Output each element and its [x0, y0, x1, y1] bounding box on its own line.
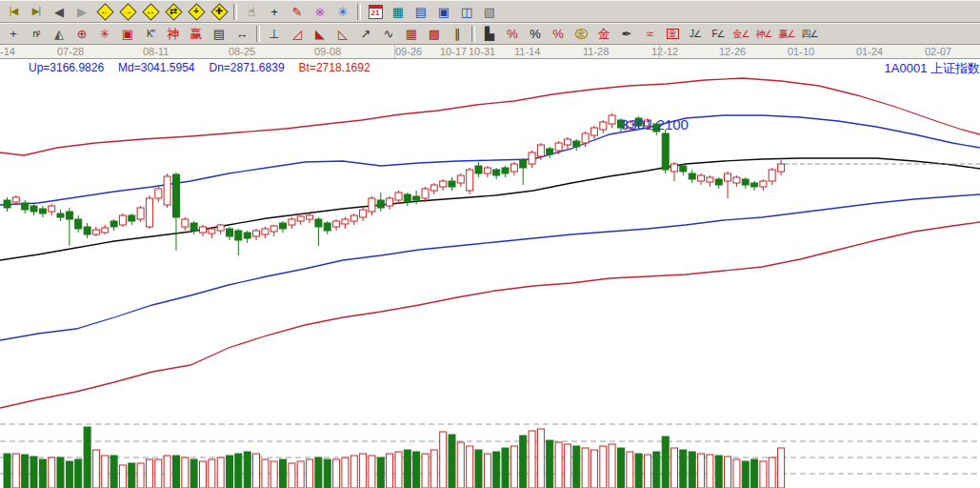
volume-bar [360, 454, 367, 488]
grid-tool-button[interactable]: ▦ [401, 25, 422, 43]
band-line-upper-blue [0, 115, 980, 205]
pan-left-button[interactable]: ← [94, 3, 115, 21]
go-last-button[interactable]: ▶| [26, 3, 47, 21]
volume-bar [350, 456, 357, 488]
zigzag-tool-button[interactable]: ∿ [378, 25, 399, 43]
go-first-button[interactable]: |◀ [3, 3, 24, 21]
gann-star-tool-icon: ✳ [100, 28, 110, 40]
calendar-tool-button[interactable]: 21 [365, 3, 386, 21]
toolbar-separator [471, 26, 475, 42]
angle-gold-tool-icon: 金∠ [733, 30, 750, 39]
percent-lines-tool-button[interactable]: % [548, 25, 569, 43]
volume-bar [653, 452, 660, 488]
gann-box-tool-button[interactable]: ▣ [117, 25, 138, 43]
candle-body [253, 231, 260, 236]
pan-right-button[interactable]: → [117, 3, 138, 21]
angle-f-tool-button[interactable]: F∠ [708, 25, 729, 43]
candle-body [484, 168, 490, 173]
stamp-tool-button[interactable]: ※ [310, 3, 330, 21]
angle-ying-tool-button[interactable]: 赢∠ [776, 25, 797, 43]
gold-lines-tool-button[interactable]: 金 [593, 25, 614, 43]
calculator-tool-button[interactable]: ▦ [388, 3, 409, 21]
candle-body [129, 215, 135, 221]
candle-body [262, 229, 269, 234]
percent-strike-tool-button[interactable]: % [502, 25, 523, 43]
candle-body [190, 223, 197, 231]
brush-tool-button[interactable]: ✒ [616, 25, 637, 43]
volume-bar [280, 459, 287, 488]
stats-tool-button[interactable]: ▙ [479, 25, 500, 43]
volume-bar [119, 465, 126, 488]
candle-body [689, 173, 695, 179]
volume-bar [733, 459, 740, 488]
angle-shen-tool-button[interactable]: 神∠ [753, 25, 774, 43]
wave-tool-button[interactable]: ≈ [639, 25, 660, 43]
candle-body [49, 206, 55, 212]
ying-tool-button[interactable]: 赢 [186, 25, 207, 43]
volume-bar [66, 461, 72, 488]
formula-tool-button[interactable]: n² [26, 25, 47, 43]
candle-body [164, 176, 170, 205]
axis-date-label: -14 [0, 46, 15, 57]
kline-tool-button[interactable]: K" [140, 25, 161, 43]
volume-bar [715, 456, 722, 488]
zoom-out-button[interactable]: ✚ [209, 3, 230, 21]
fan-box-tool-button[interactable]: ◺ [332, 25, 353, 43]
candle-body [84, 227, 90, 234]
brush-tool-icon: ✒ [622, 28, 632, 40]
fan-fill-tool-button[interactable]: ◣ [310, 25, 330, 43]
axis-tick [659, 45, 660, 58]
hand-tool-button[interactable]: ☝ [241, 3, 262, 21]
pointer-tool-button[interactable]: + [3, 25, 24, 43]
volume-bar [289, 463, 295, 488]
save-tool-button[interactable]: ▣ [433, 3, 454, 21]
trend-arrow-tool-button[interactable]: ↗ [355, 25, 376, 43]
angle-gold-tool-button[interactable]: 金∠ [730, 25, 751, 43]
network-tool-button[interactable]: ✳ [332, 3, 353, 21]
annotate-tool-button[interactable]: ✎ [287, 3, 308, 21]
angle-si-tool-button[interactable]: 四∠ [799, 25, 820, 43]
gold-circle-tool-button[interactable]: 金 [570, 25, 591, 43]
expand-horizontal-button[interactable]: ↔ [140, 3, 161, 21]
mirror-angle-tool-button[interactable]: ◭ [49, 25, 70, 43]
crosshair-tool-button[interactable]: + [264, 3, 285, 21]
notepad-tool-button[interactable]: ▤ [410, 3, 431, 21]
parallel-lines-tool-button[interactable]: ∥ [447, 25, 468, 43]
volume-bar [564, 444, 570, 488]
peak-price-label: 3301.2100 [621, 116, 689, 132]
candles [4, 113, 785, 255]
angle-j-tool-button[interactable]: J∠ [685, 25, 706, 43]
volume-bar [440, 432, 447, 488]
candle-body [137, 208, 144, 219]
volume-bar [645, 455, 651, 488]
calculator-tool-icon: ▦ [392, 6, 404, 18]
tbar-tool-button[interactable]: ⊥ [264, 25, 285, 43]
volume-bar [182, 458, 189, 488]
go-prev-button[interactable]: ◀ [49, 3, 70, 21]
compress-horizontal-button[interactable]: ⇄ [163, 3, 184, 21]
price-volume-chart[interactable]: 3301.2100 [0, 75, 980, 488]
print-tool-button[interactable]: ▧ [479, 3, 500, 21]
chart-area[interactable]: 3301.2100 [0, 75, 980, 488]
crosshair-tool-icon: + [270, 6, 278, 18]
zoom-in-button[interactable]: + [186, 3, 207, 21]
go-next-button[interactable]: ▶ [71, 3, 92, 21]
gold-box-tool-button[interactable]: 金 [662, 25, 683, 43]
gann-circle-tool-button[interactable]: ⊕ [71, 25, 92, 43]
grid-arrow-tool-button[interactable]: ▩ [424, 25, 445, 43]
fan-tool-button[interactable]: ◿ [287, 25, 308, 43]
stock-analysis-window: |◀▶|◀▶←→↔⇄+✚☝+✎※✳21▦▤▣◫▧ +n²◭⊕✳▣K"神赢▤↔⊥◿… [0, 0, 980, 488]
volume-bar [680, 450, 687, 488]
candle-body [715, 179, 722, 185]
volume-bar [244, 452, 250, 488]
ruler-tool-button[interactable]: ▤ [209, 25, 230, 43]
transfer-tool-button[interactable]: ◫ [456, 3, 477, 21]
shen-tool-button[interactable]: 神 [163, 25, 184, 43]
width-measure-tool-button[interactable]: ↔ [231, 25, 252, 43]
percent-tool-button[interactable]: % [525, 25, 546, 43]
volume-bar [493, 452, 500, 488]
notepad-tool-icon: ▤ [415, 6, 427, 18]
volume-bar [725, 457, 731, 488]
gann-star-tool-button[interactable]: ✳ [94, 25, 115, 43]
axis-date-label: 02-07 [925, 46, 951, 57]
